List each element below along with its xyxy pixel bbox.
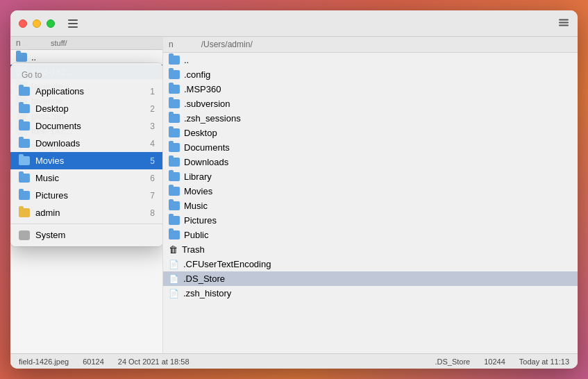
menu-item-applications[interactable]: Applications 1 (10, 83, 163, 100)
folder-icon (169, 85, 180, 94)
right-file-trash[interactable]: 🗑 Trash (163, 242, 578, 257)
menu-item-music[interactable]: Music 6 (10, 169, 163, 187)
goto-menu: Go to Applications 1 Desktop 2 Documents (10, 63, 163, 246)
titlebar (10, 10, 578, 37)
left-col-n: n (16, 38, 37, 48)
file-name: .subversion (184, 99, 572, 109)
folder-icon (169, 56, 180, 65)
left-status-date: 24 Oct 2021 at 18:58 (118, 357, 190, 366)
file-name: .zsh_history (183, 288, 572, 298)
right-status-filename: .DS_Store (435, 357, 470, 366)
right-file-music[interactable]: Music (163, 199, 578, 213)
file-icon: 📄 (169, 260, 179, 269)
menu-item-downloads-label: Downloads (35, 138, 80, 149)
left-file-dotdot[interactable]: .. (10, 50, 162, 65)
right-file-ds-store[interactable]: 📄 .DS_Store (163, 271, 578, 286)
svg-rect-0 (68, 19, 78, 21)
right-file-documents[interactable]: Documents (163, 140, 578, 155)
minimize-button[interactable] (33, 19, 41, 28)
folder-icon (169, 230, 180, 239)
left-status-filename: field-1426.jpeg (19, 357, 69, 366)
file-name: Documents (184, 142, 572, 153)
svg-rect-4 (559, 22, 569, 23)
svg-rect-2 (68, 26, 78, 28)
file-name: Pictures (184, 215, 572, 226)
menu-item-desktop-label: Desktop (35, 103, 69, 114)
right-file-subversion[interactable]: .subversion (163, 96, 578, 111)
file-name: .zsh_sessions (184, 113, 572, 124)
folder-icon (169, 128, 180, 137)
left-col-path: stuff/ (51, 39, 67, 47)
file-name: .. (31, 52, 157, 62)
admin-folder-icon (19, 208, 30, 217)
status-left: field-1426.jpeg 60124 24 Oct 2021 at 18:… (19, 357, 294, 366)
right-panel: n /Users/admin/ .. .config .MSP360 (163, 37, 578, 353)
file-icon: 📄 (169, 274, 179, 284)
right-file-desktop[interactable]: Desktop (163, 126, 578, 140)
content-area: n stuff/ .. field-142... lavende... (10, 37, 578, 353)
right-file-library[interactable]: Library (163, 169, 578, 184)
desktop-folder-icon (19, 104, 30, 113)
folder-icon (169, 143, 180, 152)
right-panel-header: n /Users/admin/ (163, 37, 578, 53)
menu-item-pictures[interactable]: Pictures 7 (10, 187, 163, 204)
menu-icon[interactable] (558, 17, 569, 30)
file-name: .MSP360 (184, 84, 572, 94)
folder-icon (169, 99, 180, 108)
trash-icon: 🗑 (169, 244, 178, 255)
menu-item-downloads[interactable]: Downloads 4 (10, 135, 163, 152)
menu-item-admin[interactable]: admin 8 (10, 204, 163, 221)
folder-icon (169, 158, 180, 167)
left-status-size: 60124 (83, 357, 104, 366)
right-col-n: n (169, 40, 174, 49)
right-file-cfusertext[interactable]: 📄 .CFUserTextEncoding (163, 257, 578, 271)
right-file-downloads[interactable]: Downloads (163, 155, 578, 169)
svg-rect-1 (68, 23, 78, 24)
folder-icon (169, 172, 180, 181)
admin-shortcut: 8 (150, 208, 155, 218)
right-file-msp360[interactable]: .MSP360 (163, 82, 578, 96)
pictures-folder-icon (19, 191, 30, 200)
status-right: .DS_Store 10244 Today at 11:13 (294, 357, 570, 366)
menu-item-desktop[interactable]: Desktop 2 (10, 100, 163, 117)
file-icon: 📄 (169, 289, 179, 298)
file-name: Desktop (184, 128, 572, 138)
status-bar: field-1426.jpeg 60124 24 Oct 2021 at 18:… (10, 353, 578, 369)
right-file-zsh-sessions[interactable]: .zsh_sessions (163, 111, 578, 126)
documents-shortcut: 3 (150, 121, 155, 131)
menu-item-system[interactable]: System (10, 226, 163, 244)
menu-item-music-label: Music (35, 173, 59, 183)
system-icon (19, 230, 30, 240)
menu-item-movies[interactable]: Movies 5 (10, 152, 163, 169)
menu-item-documents[interactable]: Documents 3 (10, 117, 163, 135)
music-folder-icon (19, 174, 30, 183)
menu-item-documents-label: Documents (35, 121, 81, 131)
right-file-zsh-history[interactable]: 📄 .zsh_history (163, 286, 578, 301)
zoom-button[interactable] (47, 19, 55, 28)
right-file-list: .. .config .MSP360 .subversion .zsh_sess… (163, 53, 578, 353)
applications-folder-icon (19, 87, 30, 96)
menu-item-system-label: System (35, 230, 65, 240)
file-name: Library (184, 171, 572, 182)
movies-shortcut: 5 (150, 156, 155, 166)
file-name: .DS_Store (183, 273, 572, 284)
svg-rect-5 (559, 24, 569, 26)
documents-folder-icon (19, 121, 30, 130)
folder-icon (169, 114, 180, 123)
right-file-pictures[interactable]: Pictures (163, 213, 578, 228)
right-col-path: /Users/admin/ (201, 40, 253, 49)
list-icon[interactable] (66, 17, 80, 31)
menu-separator (10, 224, 163, 224)
music-shortcut: 6 (150, 174, 155, 183)
file-name: Trash (182, 244, 572, 255)
right-file-config[interactable]: .config (163, 67, 578, 82)
right-file-dotdot[interactable]: .. (163, 53, 578, 67)
right-file-public[interactable]: Public (163, 228, 578, 242)
right-file-movies[interactable]: Movies (163, 184, 578, 199)
file-name: Movies (184, 186, 572, 196)
file-name: .CFUserTextEncoding (183, 259, 572, 269)
close-button[interactable] (19, 19, 27, 28)
folder-icon (169, 216, 180, 225)
dropdown-overlay: Go to Applications 1 Desktop 2 Documents (10, 63, 163, 246)
file-name: Music (184, 201, 572, 211)
